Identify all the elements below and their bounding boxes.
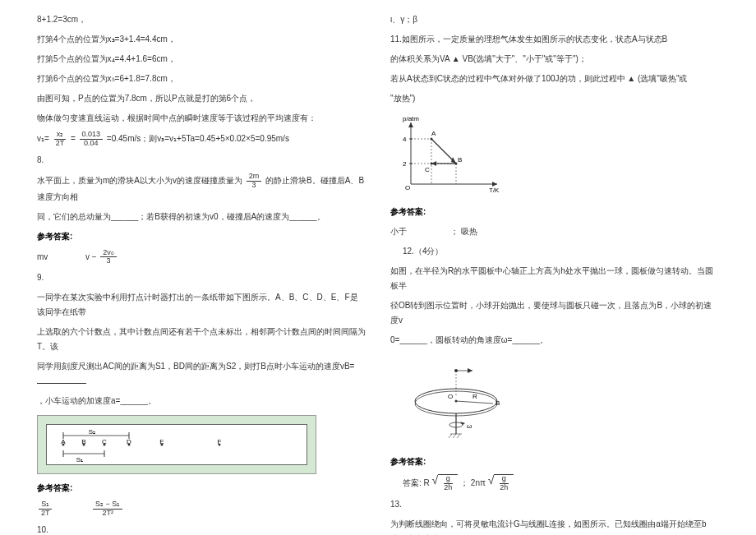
- text-line: 打第5个点的位置为x₄=4.4+1.6=6cm，: [37, 52, 366, 67]
- text-line: 8+1.2=3cm，: [37, 12, 366, 27]
- text-line: ，小车运动的加速度a=______。: [37, 394, 366, 408]
- svg-text:R: R: [472, 393, 477, 400]
- text-line: 物体做匀变速直线运动，根据时间中点的瞬时速度等于该过程的平均速度有：: [37, 111, 366, 126]
- svg-text:A: A: [431, 130, 436, 137]
- svg-text:F: F: [218, 438, 222, 445]
- answer-label: 参考答案:: [390, 205, 719, 219]
- text-line: 同，它们的总动量为______；若B获得的初速为v0，碰撞后A的速度为_____…: [37, 210, 366, 224]
- text-line: 打第6个点的位置为x₅=6+1.8=7.8cm，: [37, 71, 366, 86]
- text-line: 0=______，圆板转动的角速度ω=______。: [390, 333, 719, 348]
- svg-text:S₁: S₁: [76, 456, 83, 464]
- answer-line: 小于 ； 吸热: [390, 224, 719, 239]
- text-line: 由图可知，P点的位置为7.8cm，所以P点就是打的第6个点，: [37, 91, 366, 106]
- svg-marker-32: [451, 157, 456, 164]
- answer-label: 参考答案:: [37, 229, 366, 244]
- svg-text:B: B: [496, 399, 500, 407]
- question-number: 10.: [37, 523, 366, 535]
- svg-text:D: D: [127, 438, 131, 445]
- svg-point-44: [431, 163, 433, 165]
- text-line: 径OB转到图示位置时，小球开始抛出，要使球与圆板只碰一次，且落点为B，小球的初速…: [390, 298, 719, 328]
- right-column: ι、γ；β 11.如图所示，一定质量的理想气体发生如图所示的状态变化，状态A与状…: [378, 12, 731, 523]
- svg-text:C: C: [425, 166, 430, 173]
- svg-text:O: O: [405, 184, 410, 191]
- fraction: S₁ 2T: [39, 500, 53, 518]
- question-number: 8.: [37, 153, 366, 168]
- text-line: 上选取的六个计数点，其中计数点间还有若干个点未标出，相邻两个计数点间的时间间隔为…: [37, 325, 366, 354]
- fraction: 2m 3: [247, 173, 262, 190]
- question-number: 13.: [390, 497, 719, 512]
- svg-point-43: [455, 163, 458, 165]
- var: v₁=: [37, 134, 49, 143]
- text-line: 打第4个点的位置为x₃=3+1.4=4.4cm，: [37, 32, 366, 47]
- svg-line-53: [456, 401, 493, 404]
- answer-line: S₁ 2T S₂ − S₁ 2T²: [37, 500, 366, 518]
- svg-text:E: E: [159, 438, 164, 445]
- svg-text:ω: ω: [467, 422, 472, 430]
- answer-line: mv v − 2v₀ 3: [37, 249, 366, 266]
- text-line: 同学用刻度尺测出AC间的距离为S1，BD间的距离为S2，则打B点时小车运动的速度…: [37, 359, 366, 389]
- svg-text:S₂: S₂: [89, 428, 95, 436]
- disk-diagram: O R B ω: [403, 356, 518, 446]
- svg-marker-47: [468, 368, 472, 373]
- text-line: 如图，在半径为R的水平圆板中心轴正上方高为h处水平抛出一球，圆板做匀速转动。当圆…: [390, 264, 719, 293]
- answer-line: ι、γ；β: [390, 12, 719, 27]
- text-line: "放热"): [390, 91, 719, 106]
- pt-graph: p/atm T/K O 4 2 A B C: [399, 114, 505, 196]
- answer-line: 答案: R √ g 2h ； 2nπ √ g 2h: [403, 474, 719, 492]
- formula-line: v₁= x₂ 2T = 0.013 0.04 =0.45m/s；则v₃=v₁+5…: [37, 131, 366, 148]
- svg-text:B: B: [458, 156, 462, 164]
- svg-line-62: [453, 434, 456, 438]
- svg-point-42: [431, 138, 433, 141]
- svg-text:C: C: [102, 438, 107, 445]
- answer-label: 参考答案:: [390, 454, 719, 469]
- svg-text:T/K: T/K: [489, 187, 500, 194]
- fraction: 2v₀ 3: [100, 249, 117, 266]
- svg-marker-23: [408, 122, 413, 127]
- blank: [37, 376, 86, 384]
- text-line: 的体积关系为VA ▲ VB(选填"大于"、"小于"或"等于")；: [390, 52, 719, 67]
- svg-text:4: 4: [403, 136, 407, 143]
- tape-svg: S₂ S₁ A B C D E F: [55, 426, 298, 464]
- text-line: 一同学在某次实验中利用打点计时器打出的一条纸带如下图所示。A、B、C、D、E、F…: [37, 290, 366, 320]
- text-line: 11.如图所示，一定质量的理想气体发生如图所示的状态变化，状态A与状态B: [390, 32, 719, 47]
- svg-line-63: [457, 434, 460, 438]
- svg-text:A: A: [61, 438, 66, 445]
- sqrt: √ g 2h: [432, 474, 459, 492]
- fraction: 0.013 0.04: [80, 131, 104, 148]
- svg-text:2: 2: [403, 160, 407, 168]
- question-number: 9.: [37, 270, 366, 285]
- text-line: 水平面上，质量为m的滑块A以大小为v的速度碰撞质量为 2m 3 的静止滑块B。碰…: [37, 173, 366, 205]
- svg-text:p/atm: p/atm: [403, 115, 419, 122]
- tape-diagram: S₂ S₁ A B C D E F: [37, 415, 316, 474]
- text-line: 若从A状态到C状态的过程中气体对外做了100J的功，则此过程中 ▲ (选填"吸热…: [390, 71, 719, 86]
- fraction: x₂ 2T: [53, 131, 67, 148]
- question-number: 12.（4分）: [403, 244, 719, 259]
- fraction: S₂ − S₁ 2T²: [93, 500, 122, 518]
- sqrt: √ g 2h: [488, 474, 514, 492]
- svg-line-61: [449, 434, 452, 438]
- text-line: 为判断线圈绕向，可将灵敏电流计G与线圈L连接，如图所示。已知线圈由a端开始绕至b…: [390, 517, 719, 535]
- answer-label: 参考答案:: [37, 481, 366, 496]
- svg-text:O: O: [448, 393, 453, 400]
- left-column: 8+1.2=3cm， 打第4个点的位置为x₃=3+1.4=4.4cm， 打第5个…: [25, 12, 378, 523]
- svg-text:B: B: [81, 438, 85, 445]
